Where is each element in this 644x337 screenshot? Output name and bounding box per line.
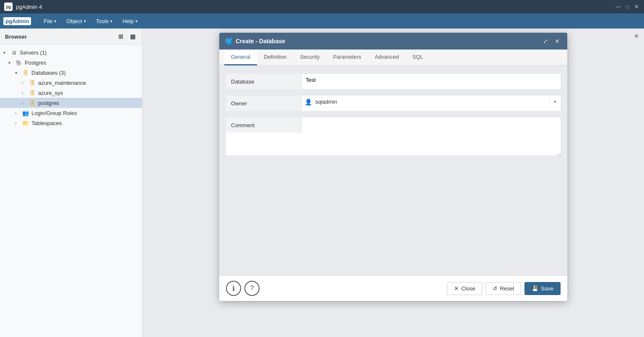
tab-security[interactable]: Security (293, 50, 326, 65)
modal-title: 🪣 Create - Database (225, 38, 285, 44)
servers-chevron-icon: ▾ (3, 50, 10, 55)
database-input[interactable] (301, 74, 561, 86)
owner-value: sqladmin (315, 96, 549, 108)
postgres-label: Postgres (25, 60, 46, 66)
tab-security-label: Security (300, 54, 319, 60)
sidebar-header-icons: ⊞ ▦ (116, 32, 137, 41)
save-button[interactable]: 💾 Save (525, 282, 561, 295)
login-roles-icon: 👥 (22, 109, 29, 117)
postgres-db-chevron-icon: › (22, 101, 29, 105)
databases-chevron-icon: ▾ (15, 71, 22, 75)
modal-header: 🪣 Create - Database ⤢ ✕ (219, 33, 567, 50)
tab-general-label: General (231, 54, 250, 60)
menu-file-chevron: ▾ (54, 19, 56, 24)
servers-icon: 🖥 (10, 49, 18, 56)
tree-item-login-roles[interactable]: › 👥 Login/Group Roles (0, 108, 142, 118)
menu-object[interactable]: Object ▾ (62, 16, 90, 26)
menu-file[interactable]: File ▾ (39, 16, 60, 26)
titlebar-left: pg pgAdmin 4 (4, 3, 42, 11)
tablespaces-label: Tablespaces (31, 120, 62, 126)
tree-item-postgres-db[interactable]: › 🗄 postgres (0, 98, 142, 108)
postgres-chevron-icon: ▾ (8, 60, 15, 65)
databases-icon: 🗄 (22, 69, 29, 76)
owner-label: Owner (226, 96, 301, 111)
modal-footer: ℹ ? ✕ Close ↺ Reset 💾 (219, 275, 567, 301)
info-button[interactable]: ℹ (226, 281, 241, 296)
database-label: Database (226, 74, 301, 89)
menu-file-label: File (44, 18, 52, 24)
menu-tools-chevron: ▾ (110, 19, 112, 24)
app-icon: pg (4, 3, 13, 11)
owner-select[interactable]: 👤 sqladmin ▾ (301, 96, 561, 108)
sidebar-header: Browser ⊞ ▦ (0, 29, 142, 45)
menu-object-chevron: ▾ (84, 19, 86, 24)
footer-left: ℹ ? (226, 281, 260, 296)
tab-parameters[interactable]: Parameters (326, 50, 368, 65)
minimize-button[interactable]: — (615, 3, 621, 10)
comment-label: Comment (226, 118, 301, 133)
sidebar: Browser ⊞ ▦ ▾ 🖥 Servers (1) ▾ 🐘 Postgres… (0, 29, 143, 337)
comment-textarea[interactable] (301, 118, 556, 155)
modal-header-icons: ⤢ ✕ (541, 37, 561, 45)
modal-content: Database Owner 👤 sqladmin ▾ (219, 65, 567, 275)
modal-tabs: General Definition Security Parameters A… (219, 50, 567, 65)
create-database-modal: 🪣 Create - Database ⤢ ✕ General Definiti… (219, 33, 567, 301)
tab-definition[interactable]: Definition (257, 50, 293, 65)
servers-label: Servers (1) (20, 50, 47, 56)
modal-expand-button[interactable]: ⤢ (541, 37, 550, 45)
menu-help-chevron: ▾ (135, 19, 138, 24)
azure-sys-chevron-icon: › (22, 91, 29, 95)
owner-dropdown-arrow[interactable]: ▾ (549, 99, 561, 104)
sidebar-refresh-icon[interactable]: ⊞ (116, 32, 125, 41)
comment-field-row: Comment ⤡ (226, 118, 561, 155)
brand-box: pgAdmin (3, 17, 31, 25)
help-button[interactable]: ? (244, 281, 260, 296)
reset-label: Reset (500, 285, 514, 292)
save-label: Save (541, 285, 553, 292)
postgres-icon: 🐘 (15, 59, 23, 66)
brand: pgAdmin (3, 17, 31, 25)
menu-help-label: Help (122, 18, 134, 24)
sidebar-grid-icon[interactable]: ▦ (128, 32, 137, 41)
close-window-button[interactable]: ✕ (633, 3, 640, 10)
main-area: Browser ⊞ ▦ ▾ 🖥 Servers (1) ▾ 🐘 Postgres… (0, 29, 644, 337)
azure-maint-chevron-icon: › (22, 81, 29, 85)
menu-tools[interactable]: Tools ▾ (92, 16, 117, 26)
reset-button[interactable]: ↺ Reset (486, 282, 521, 295)
tab-parameters-label: Parameters (333, 54, 361, 60)
close-button[interactable]: ✕ Close (447, 282, 482, 295)
tree-item-azure-maintenance[interactable]: › 🗄 azure_maintenance (0, 78, 142, 88)
postgres-db-label: postgres (38, 100, 59, 106)
app-title: pgAdmin 4 (16, 4, 42, 10)
tree-item-databases[interactable]: ▾ 🗄 Databases (3) (0, 68, 142, 78)
tree-item-tablespaces[interactable]: › 📁 Tablespaces (0, 118, 142, 128)
tree-item-postgres[interactable]: ▾ 🐘 Postgres (0, 57, 142, 68)
database-field-row: Database (226, 74, 561, 89)
tab-sql[interactable]: SQL (405, 50, 430, 65)
close-label: Close (461, 285, 475, 292)
tab-general[interactable]: General (224, 50, 257, 65)
owner-field-row: Owner 👤 sqladmin ▾ (226, 96, 561, 111)
tree-item-azure-sys[interactable]: › 🗄 azure_sys (0, 88, 142, 98)
menu-help[interactable]: Help ▾ (118, 16, 142, 26)
right-area: ✕ 🪣 Create - Database ⤢ ✕ (143, 29, 644, 337)
footer-right: ✕ Close ↺ Reset 💾 Save (447, 282, 561, 295)
owner-user-icon: 👤 (301, 99, 315, 105)
azure-maint-label: azure_maintenance (38, 80, 86, 86)
tab-advanced[interactable]: Advanced (368, 50, 406, 65)
sidebar-title: Browser (5, 34, 27, 40)
tab-advanced-label: Advanced (375, 54, 399, 60)
modal-title-icon: 🪣 (225, 38, 232, 44)
modal-close-button[interactable]: ✕ (553, 37, 561, 45)
titlebar-controls: — □ ✕ (615, 3, 640, 10)
menu-object-label: Object (66, 18, 82, 24)
login-roles-chevron-icon: › (15, 111, 22, 115)
tablespaces-icon: 📁 (22, 119, 29, 127)
tab-definition-label: Definition (264, 54, 286, 60)
tab-sql-label: SQL (412, 54, 423, 60)
reset-icon: ↺ (493, 285, 497, 292)
login-roles-label: Login/Group Roles (31, 110, 77, 116)
tree-item-servers[interactable]: ▾ 🖥 Servers (1) (0, 47, 142, 57)
maximize-button[interactable]: □ (624, 3, 631, 10)
modal-overlay: 🪣 Create - Database ⤢ ✕ General Definiti… (143, 29, 644, 337)
